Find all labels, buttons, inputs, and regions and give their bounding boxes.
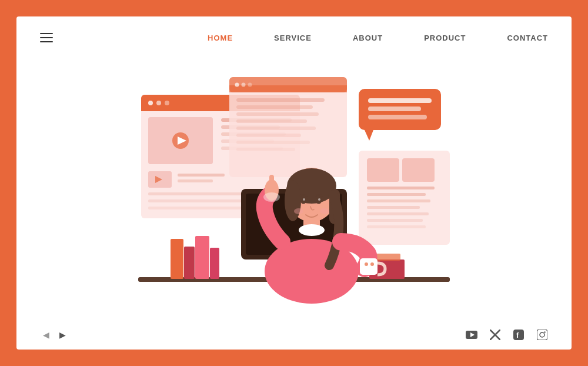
svg-rect-33: [236, 141, 310, 144]
svg-rect-48: [367, 219, 423, 222]
prev-arrow-button[interactable]: ◀: [40, 329, 52, 341]
svg-point-67: [285, 180, 301, 221]
svg-point-79: [370, 262, 374, 266]
facebook-icon[interactable]: f: [513, 329, 524, 341]
svg-point-82: [263, 192, 280, 202]
hero-illustration: [106, 59, 482, 312]
svg-point-25: [242, 83, 246, 87]
svg-rect-29: [236, 112, 319, 116]
svg-rect-28: [236, 105, 313, 109]
svg-point-26: [248, 83, 252, 87]
svg-rect-43: [367, 187, 435, 189]
youtube-icon[interactable]: [466, 329, 477, 341]
svg-point-89: [544, 331, 545, 332]
svg-rect-31: [236, 127, 316, 130]
svg-rect-87: [537, 330, 547, 340]
svg-rect-27: [236, 98, 325, 102]
social-icons: f: [466, 329, 548, 341]
svg-rect-47: [367, 212, 429, 215]
svg-point-73: [303, 198, 305, 201]
nav-home[interactable]: HOME: [208, 34, 233, 42]
svg-rect-30: [236, 119, 307, 123]
outer-frame: HOME SERVICE ABOUT PRODUCT CONTACT: [0, 0, 588, 366]
svg-point-74: [318, 198, 320, 201]
svg-rect-37: [368, 98, 432, 103]
svg-point-75: [294, 208, 303, 214]
inner-card: HOME SERVICE ABOUT PRODUCT CONTACT: [16, 16, 572, 350]
svg-rect-81: [269, 175, 274, 191]
svg-point-88: [540, 332, 544, 337]
svg-rect-51: [171, 239, 183, 279]
svg-rect-17: [178, 179, 213, 182]
footer: ◀ ▶: [16, 320, 572, 350]
svg-rect-32: [236, 134, 301, 137]
svg-point-24: [235, 83, 239, 87]
nav-about[interactable]: ABOUT: [353, 34, 383, 42]
svg-rect-52: [184, 247, 195, 279]
svg-point-4: [156, 101, 161, 105]
svg-rect-16: [178, 174, 225, 177]
svg-text:f: f: [516, 331, 519, 340]
svg-rect-44: [367, 193, 426, 196]
navbar: HOME SERVICE ABOUT PRODUCT CONTACT: [16, 16, 572, 42]
svg-rect-77: [360, 258, 377, 275]
nav-service[interactable]: SERVICE: [274, 34, 312, 42]
svg-marker-36: [365, 130, 373, 141]
svg-rect-38: [368, 107, 421, 111]
twitter-icon[interactable]: [489, 329, 501, 341]
svg-rect-63: [373, 254, 400, 261]
svg-point-72: [316, 198, 322, 204]
svg-point-71: [300, 198, 306, 204]
next-arrow-button[interactable]: ▶: [56, 329, 68, 341]
svg-rect-39: [368, 115, 427, 119]
svg-point-76: [320, 208, 329, 214]
svg-point-5: [165, 101, 169, 105]
nav-links: HOME SERVICE ABOUT PRODUCT CONTACT: [208, 34, 548, 42]
svg-rect-53: [195, 236, 209, 279]
nav-arrows: ◀ ▶: [40, 329, 68, 341]
svg-point-70: [299, 224, 325, 236]
svg-rect-41: [367, 158, 399, 182]
nav-contact[interactable]: CONTACT: [507, 34, 548, 42]
svg-rect-23: [229, 85, 347, 92]
svg-point-3: [148, 101, 153, 105]
hero-section: [16, 52, 572, 320]
svg-rect-49: [367, 225, 426, 228]
instagram-icon[interactable]: [536, 329, 548, 341]
svg-rect-46: [367, 206, 420, 209]
hamburger-menu[interactable]: [40, 33, 53, 42]
svg-rect-54: [210, 248, 219, 279]
svg-rect-42: [402, 158, 435, 182]
svg-rect-34: [236, 148, 295, 151]
nav-product[interactable]: PRODUCT: [424, 34, 466, 42]
svg-point-78: [365, 262, 368, 266]
svg-rect-45: [367, 199, 430, 202]
